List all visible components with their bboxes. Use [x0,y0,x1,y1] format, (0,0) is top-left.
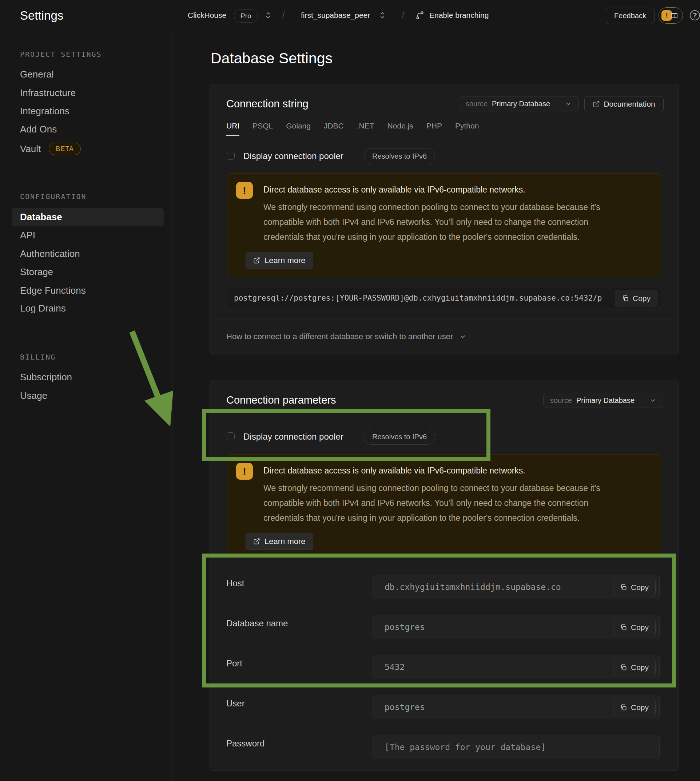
learn-more-button[interactable]: Learn more [246,533,313,550]
sidebar-item-integrations[interactable]: Integrations [20,105,70,117]
user-label: User [226,698,245,709]
switch-database-label: How to connect to a different database o… [226,332,453,341]
sidebar-item-label: Vault [20,144,41,155]
sidebar-item-authentication[interactable]: Authentication [20,248,80,259]
tabs-divider [210,134,678,134]
plan-badge: Pro [234,9,258,23]
connection-string-title: Connection string [226,98,308,110]
org-switcher-chevrons-icon[interactable] [264,11,272,20]
learn-more-button[interactable]: Learn more [246,252,313,269]
chevron-down-icon [565,100,572,107]
sidebar-left-rail-divider [3,31,4,781]
copy-user-button[interactable]: Copy [613,699,656,716]
sidebar-item-log-drains[interactable]: Log Drains [20,303,66,314]
password-placeholder: [The password for your database] [385,735,546,759]
help-button[interactable]: ? [690,10,700,20]
resolves-to-ipv6-badge: Resolves to IPv6 [364,148,435,164]
connection-string-value: postgresql://postgres:[YOUR-PASSWORD]@db… [234,287,614,309]
source-select[interactable]: source Primary Database [543,393,663,408]
sidebar-item-storage[interactable]: Storage [20,266,53,278]
sidebar-item-vault[interactable]: Vault BETA [20,143,81,155]
sidebar-item-label: Integrations [20,105,70,117]
sidebar-item-label: API [20,230,35,241]
source-select-value: Primary Database [576,396,635,405]
sidebar-item-usage[interactable]: Usage [20,390,47,401]
sidebar-item-label: Database [20,212,62,223]
sidebar-divider [172,31,172,781]
beta-badge: BETA [49,143,81,155]
breadcrumb-separator: / [282,10,285,20]
sidebar-item-database[interactable]: Database [20,212,62,223]
sidebar-item-api[interactable]: API [20,230,35,241]
sidebar-item-infrastructure[interactable]: Infrastructure [20,87,76,98]
sidebar-section-configuration: CONFIGURATION [20,192,87,201]
external-link-icon [593,100,600,108]
sidebar-item-add-ons[interactable]: Add Ons [20,124,57,135]
warning-alert-icon: ! [236,463,253,480]
learn-more-label: Learn more [265,256,306,265]
sidebar-item-label: Log Drains [20,303,66,314]
sidebar-item-label: Add Ons [20,124,57,135]
sidebar-item-subscription[interactable]: Subscription [20,372,72,383]
warning-line: credentials that you're using in your ap… [263,230,600,245]
switch-database-disclosure[interactable]: How to connect to a different database o… [226,332,467,341]
notifications-button[interactable]: ! [658,7,683,23]
app-window: Settings ClickHouse Pro / first_supabase… [0,0,700,781]
project-switcher-chevrons-icon[interactable] [378,11,387,20]
breadcrumb-org[interactable]: ClickHouse [188,11,226,20]
learn-more-label: Learn more [265,537,306,546]
sidebar-item-label: Subscription [20,372,72,383]
documentation-label: Documentation [603,100,655,108]
ipv6-warning-panel: ! Direct database access is only availab… [227,173,661,277]
sidebar-section-project-settings: PROJECT SETTINGS [20,50,102,58]
warning-title: Direct database access is only available… [263,185,525,195]
source-select-label: source [466,100,488,108]
ipv6-warning-panel: ! Direct database access is only availab… [227,454,661,558]
sidebar-section-divider [3,334,172,334]
warning-title: Direct database access is only available… [263,466,525,476]
top-bar: Settings ClickHouse Pro / first_supabase… [0,0,700,31]
sidebar-item-label: General [20,69,54,80]
sidebar-item-general[interactable]: General [20,69,54,80]
sidebar-item-label: Usage [20,390,47,401]
external-link-icon [253,257,260,264]
warning-body: We strongly recommend using connection p… [263,481,600,526]
user-value: postgres [385,695,425,719]
warning-line: We strongly recommend using connection p… [263,481,600,496]
sidebar-item-label: Edge Functions [20,285,86,296]
warning-line: compatible with both IPv4 and IPv6 netwo… [263,215,600,230]
source-select[interactable]: source Primary Database [459,96,579,111]
settings-sidebar: PROJECT SETTINGS General Infrastructure … [0,31,172,781]
password-input[interactable]: [The password for your database] [373,735,660,759]
feedback-button[interactable]: Feedback [606,8,655,24]
main-heading: Database Settings [211,50,333,67]
sidebar-item-label: Authentication [20,248,80,259]
warning-line: compatible with both IPv4 and IPv6 netwo… [263,496,600,511]
help-glyph: ? [693,12,697,19]
display-connection-pooler-label: Display connection pooler [243,151,343,161]
source-select-value: Primary Database [492,100,550,108]
enable-branching-button[interactable]: Enable branching [429,11,488,20]
documentation-button[interactable]: Documentation [584,96,663,112]
sidebar-item-edge-functions[interactable]: Edge Functions [20,285,86,296]
copy-label: Copy [633,294,650,303]
warning-line: We strongly recommend using connection p… [263,200,600,215]
sidebar-item-label: Storage [20,266,53,278]
inbox-panel-icon [670,11,678,20]
breadcrumb-project[interactable]: first_supabase_peer [301,11,370,20]
external-link-icon [253,538,260,545]
warning-body: We strongly recommend using connection p… [263,200,600,245]
chevron-down-icon [649,397,656,404]
display-connection-pooler-checkbox[interactable] [227,152,235,160]
feedback-label: Feedback [614,12,646,20]
connection-string-input[interactable]: postgresql://postgres:[YOUR-PASSWORD]@db… [227,287,661,309]
copy-connection-string-button[interactable]: Copy [615,290,657,307]
annotation-rect-parameters [202,554,676,688]
connection-string-card: Connection string source Primary Databas… [210,84,679,355]
chevron-down-icon [459,333,467,340]
sidebar-section-divider [3,174,172,174]
sidebar-section-billing: BILLING [20,353,56,361]
copy-icon [622,295,629,302]
copy-icon [620,704,627,711]
user-input[interactable]: postgres Copy [373,695,660,719]
